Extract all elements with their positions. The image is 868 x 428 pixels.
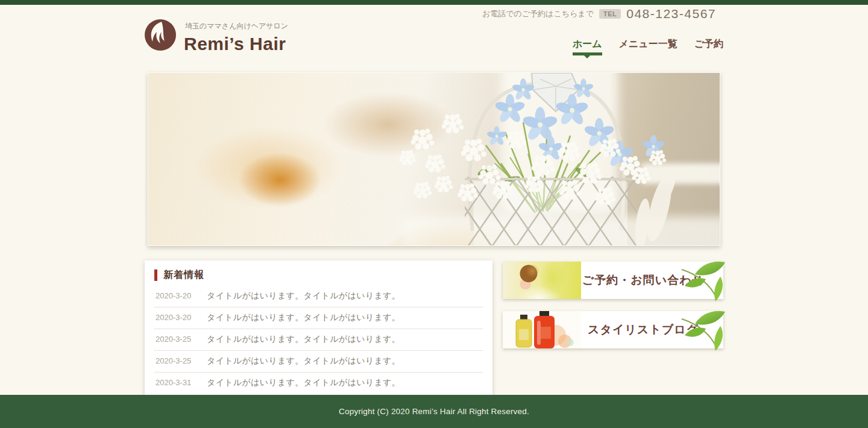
news-row[interactable]: 2020-3-25 タイトルがはいります。タイトルがはいります。 [154, 351, 483, 373]
cosmetic-bottles-photo [503, 311, 581, 348]
site-header: お電話でのご予約はこちらまで TEL 048-123-4567 埼玉のママさん向… [145, 5, 723, 72]
news-date: 2020-3-25 [156, 356, 198, 365]
main-nav: ホーム メニュー一覧 ご予約 [573, 38, 723, 59]
reservation-contact-banner[interactable]: ご予約・お問い合わせ [503, 262, 723, 299]
nav-item-home[interactable]: ホーム [573, 38, 602, 59]
tel-badge: TEL [599, 9, 621, 19]
site-footer: Copyright (C) 2020 Remi’s Hair All Right… [0, 395, 868, 428]
phone-number: 048-123-4567 [626, 7, 716, 21]
news-row[interactable]: 2020-3-25 タイトルがはいります。タイトルがはいります。 [154, 329, 483, 351]
logo-tagline: 埼玉のママさん向けヘアサロン [185, 21, 288, 31]
news-row[interactable]: 2020-3-31 タイトルがはいります。タイトルがはいります。 [154, 373, 483, 394]
news-item-title: タイトルがはいります。タイトルがはいります。 [207, 312, 400, 323]
news-date: 2020-3-20 [156, 313, 198, 322]
stylist-blog-banner[interactable]: スタイリストブログ [503, 311, 723, 348]
news-item-title: タイトルがはいります。タイトルがはいります。 [207, 334, 400, 345]
news-panel: 新着情報 2020-3-20 タイトルがはいります。タイトルがはいります。 20… [145, 260, 492, 396]
nav-item-menu-list[interactable]: メニュー一覧 [619, 38, 678, 59]
news-accent-bar [154, 269, 157, 281]
news-date: 2020-3-31 [156, 378, 198, 387]
hair-silhouette-icon [145, 19, 176, 51]
news-item-title: タイトルがはいります。タイトルがはいります。 [207, 356, 400, 367]
logo-text: 埼玉のママさん向けヘアサロン Remi’s Hair [184, 19, 288, 54]
news-date: 2020-3-25 [156, 335, 198, 344]
site-logo[interactable]: 埼玉のママさん向けヘアサロン Remi’s Hair [145, 19, 288, 54]
news-row[interactable]: 2020-3-20 タイトルがはいります。タイトルがはいります。 [154, 286, 483, 307]
hero-illustration [148, 73, 720, 246]
news-title: 新着情報 [163, 269, 204, 282]
main-content: 新着情報 2020-3-20 タイトルがはいります。タイトルがはいります。 20… [145, 260, 723, 396]
news-item-title: タイトルがはいります。タイトルがはいります。 [207, 291, 400, 301]
reservation-banner-label: ご予約・お問い合わせ [581, 272, 723, 288]
nav-item-reservation[interactable]: ご予約 [694, 38, 723, 59]
salon-customer-photo [503, 262, 581, 299]
phone-caption: お電話でのご予約はこちらまで [482, 8, 594, 19]
news-item-title: タイトルがはいります。タイトルがはいります。 [207, 377, 400, 388]
stylist-blog-banner-label: スタイリストブログ [581, 322, 723, 338]
news-heading: 新着情報 [154, 269, 483, 282]
news-row[interactable]: 2020-3-20 タイトルがはいります。タイトルがはいります。 [154, 307, 483, 329]
copyright-text: Copyright (C) 2020 Remi’s Hair All Right… [339, 407, 529, 416]
phone-info: お電話でのご予約はこちらまで TEL 048-123-4567 [482, 7, 716, 21]
brand-name: Remi’s Hair [184, 34, 288, 54]
top-accent-bar [0, 0, 868, 5]
sidebar: ご予約・お問い合わせ [503, 262, 723, 348]
news-date: 2020-3-20 [156, 291, 198, 300]
hero-flower-basket-image [148, 72, 720, 246]
